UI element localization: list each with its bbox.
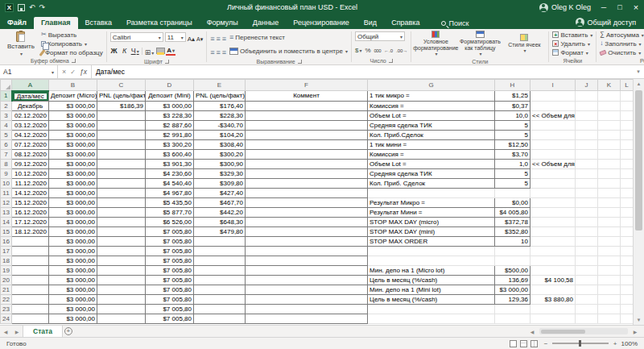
cell-D15[interactable]: $7 005,80: [146, 226, 194, 236]
cell-F20[interactable]: [246, 275, 368, 285]
cell-L21[interactable]: [621, 285, 634, 294]
column-header-C[interactable]: C: [97, 80, 146, 91]
cell-B24[interactable]: $3 000,00: [49, 314, 97, 323]
cell-I23[interactable]: [530, 304, 576, 314]
cell-F12[interactable]: [246, 197, 368, 207]
search-box[interactable]: Поиск: [435, 18, 475, 29]
cell-L23[interactable]: [621, 304, 634, 314]
cell-L15[interactable]: [621, 226, 634, 236]
cell-K19[interactable]: [598, 265, 621, 275]
cell-K16[interactable]: [598, 236, 621, 246]
cell-G17[interactable]: [368, 246, 495, 256]
cell-D24[interactable]: $7 005,80: [146, 314, 194, 323]
tab-file[interactable]: Файл: [0, 17, 34, 29]
cell-K11[interactable]: [598, 188, 621, 197]
cell-B6[interactable]: $3 000,00: [49, 139, 97, 149]
cell-I8[interactable]: << Объем для сделки: [530, 159, 576, 168]
cell-H11[interactable]: [495, 188, 530, 197]
cell-L1[interactable]: [621, 91, 634, 102]
row-header-15[interactable]: 15: [1, 226, 12, 236]
cell-I17[interactable]: [530, 246, 576, 256]
cell-A2[interactable]: Декабрь: [12, 101, 49, 110]
cell-G11[interactable]: [368, 188, 495, 197]
cell-L5[interactable]: [621, 130, 634, 139]
row-header-21[interactable]: 21: [1, 285, 12, 294]
cell-E4[interactable]: -$340,70: [194, 120, 246, 130]
cell-E7[interactable]: $300,20: [194, 149, 246, 159]
cell-K22[interactable]: [598, 294, 621, 304]
sheet-nav-right-icon[interactable]: [11, 326, 23, 337]
align-center-icon[interactable]: [216, 44, 220, 57]
cell-C2[interactable]: $186,39: [97, 101, 146, 110]
undo-icon[interactable]: [29, 3, 35, 11]
cell-K17[interactable]: [598, 246, 621, 256]
cell-H14[interactable]: $372,78: [495, 217, 530, 226]
cell-F5[interactable]: [246, 130, 368, 139]
cell-K24[interactable]: [598, 314, 621, 323]
cell-H6[interactable]: $12,50: [495, 139, 530, 149]
cell-H15[interactable]: $352,80: [495, 226, 530, 236]
cell-I5[interactable]: [530, 130, 576, 139]
cell-A3[interactable]: 02.12.2020: [12, 110, 49, 120]
cell-A8[interactable]: 09.12.2020: [12, 159, 49, 168]
cell-C13[interactable]: [97, 207, 146, 217]
cell-G9[interactable]: Средняя сделка ТИК: [368, 168, 495, 178]
clear-button[interactable]: Очистить: [600, 48, 644, 56]
minimize-icon[interactable]: [596, 0, 612, 15]
font-size-select[interactable]: 11: [165, 32, 186, 42]
cell-H5[interactable]: 5: [495, 130, 530, 139]
cell-J22[interactable]: [576, 294, 598, 304]
cell-G13[interactable]: Результат Мини =: [368, 207, 495, 217]
cell-H4[interactable]: 5: [495, 120, 530, 130]
row-header-6[interactable]: 6: [1, 139, 12, 149]
cell-C11[interactable]: [97, 188, 146, 197]
formula-bar-expand-icon[interactable]: [633, 65, 644, 78]
redo-icon[interactable]: [39, 3, 46, 11]
cell-E9[interactable]: $329,30: [194, 168, 246, 178]
cell-B7[interactable]: $3 000,00: [49, 149, 97, 159]
cell-B23[interactable]: $3 000,00: [49, 304, 97, 314]
cell-J5[interactable]: [576, 130, 598, 139]
cell-L11[interactable]: [621, 188, 634, 197]
cell-H16[interactable]: 10: [495, 236, 530, 246]
row-header-20[interactable]: 20: [1, 275, 12, 285]
cell-H21[interactable]: $3 000,00: [495, 285, 530, 294]
cell-I11[interactable]: [530, 188, 576, 197]
hscroll-right-icon[interactable]: [630, 329, 641, 334]
cell-F21[interactable]: [246, 285, 368, 294]
cell-A20[interactable]: [12, 275, 49, 285]
bold-button[interactable]: Ж: [110, 47, 118, 55]
cell-A11[interactable]: 14.12.2020: [12, 188, 49, 197]
excel-logo-icon[interactable]: X: [5, 3, 14, 12]
number-format-select[interactable]: Общий: [355, 31, 405, 41]
percent-format-icon[interactable]: [365, 42, 370, 55]
cell-A7[interactable]: 08.12.2020: [12, 149, 49, 159]
cell-B4[interactable]: $3 000,00: [49, 120, 97, 130]
cell-D3[interactable]: $3 228,30: [146, 110, 194, 120]
cell-A1[interactable]: Дата/мес: [12, 91, 49, 102]
cell-L17[interactable]: [621, 246, 634, 256]
cell-L16[interactable]: [621, 236, 634, 246]
cell-E5[interactable]: $104,20: [194, 130, 246, 139]
row-header-13[interactable]: 13: [1, 207, 12, 217]
cell-I3[interactable]: << Объем для сделки: [530, 110, 576, 120]
cell-E8[interactable]: $300,90: [194, 159, 246, 168]
cell-G21[interactable]: Мин. депо на 1 (Mini lot): [368, 285, 495, 294]
cell-L20[interactable]: [621, 275, 634, 285]
cell-J21[interactable]: [576, 285, 598, 294]
cell-L2[interactable]: [621, 101, 634, 110]
number-dialog-launcher-icon[interactable]: [389, 59, 393, 63]
page-break-view-icon[interactable]: [530, 340, 538, 347]
font-dialog-launcher-icon[interactable]: [165, 60, 169, 64]
cell-H3[interactable]: 10,0: [495, 110, 530, 120]
zoom-in-icon[interactable]: [610, 340, 620, 347]
cell-F3[interactable]: [246, 110, 368, 120]
column-header-L[interactable]: L: [621, 80, 634, 91]
column-header-J[interactable]: J: [576, 80, 598, 91]
cell-E20[interactable]: [194, 275, 246, 285]
cell-D4[interactable]: $2 887,60: [146, 120, 194, 130]
tab-рецензирование[interactable]: Рецензирование: [286, 17, 357, 29]
cell-G24[interactable]: [368, 314, 495, 323]
increase-font-size-icon[interactable]: [188, 31, 195, 44]
cell-E10[interactable]: $309,80: [194, 178, 246, 188]
